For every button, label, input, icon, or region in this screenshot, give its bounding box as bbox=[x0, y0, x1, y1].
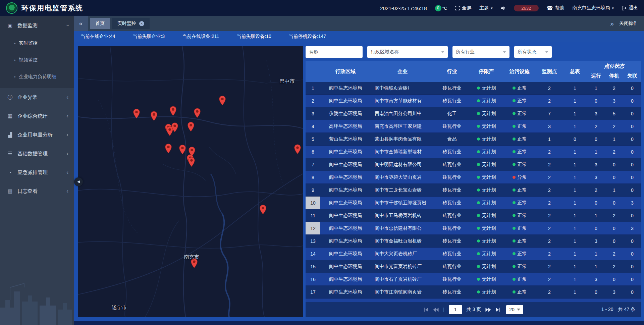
theme-dropdown[interactable]: 主题 ▾ bbox=[479, 5, 493, 11]
tab-close-icon[interactable]: × bbox=[139, 21, 144, 26]
stat-label: 当前失联企业: bbox=[132, 34, 162, 40]
org-dropdown[interactable]: 南充市生态环境局 ▾ bbox=[572, 5, 614, 11]
table-row[interactable]: 7 阆中生态环境局 阆中明阳建材有限公司 砖瓦行业 无计划 正常 2 1 3 0… bbox=[306, 158, 641, 171]
sidebar-group-item[interactable]: ▣ 数据监测 ‹ bbox=[0, 16, 74, 35]
cell-points: 2 bbox=[536, 171, 563, 183]
fullscreen-button[interactable]: 全屏 bbox=[455, 5, 471, 11]
cell-limit: 无计划 bbox=[470, 95, 503, 107]
first-page-button[interactable] bbox=[424, 308, 429, 312]
map-pin[interactable] bbox=[187, 122, 195, 132]
cell-points: 2 bbox=[536, 146, 563, 158]
table-row[interactable]: 8 阆中生态环境局 阆中市枣碧大梁山页岩 砖瓦行业 无计划 异常 2 1 3 0… bbox=[306, 171, 641, 184]
stat-item: 当前失联企业: 3 bbox=[132, 34, 165, 40]
table-row[interactable]: 15 阆中生态环境局 阆中市光富页岩机砖厂 砖瓦行业 无计划 正常 2 1 1 … bbox=[306, 260, 641, 273]
table-row[interactable]: 16 阆中生态环境局 阆中市石子页岩机砖厂 砖瓦行业 无计划 正常 2 1 3 … bbox=[306, 273, 641, 286]
row-number: 17 bbox=[306, 286, 320, 298]
limit-status-dot bbox=[477, 125, 480, 128]
page-size-select[interactable]: 20 bbox=[506, 305, 523, 314]
next-page-button[interactable] bbox=[485, 308, 491, 312]
table-row[interactable]: 4 高坪生态环境局 南充市高坪区王家店建 砖瓦行业 无计划 正常 3 1 2 2… bbox=[306, 120, 641, 133]
table-row[interactable]: 2 阆中生态环境局 阆中市南方节能建材有 砖瓦行业 无计划 正常 2 1 0 3… bbox=[306, 95, 641, 107]
logout-button[interactable]: 退出 bbox=[622, 5, 638, 11]
stat-value: 147 bbox=[318, 34, 326, 40]
sidebar-submenu-item[interactable]: • 企业电力负荷明细 bbox=[0, 68, 74, 85]
stat-label: 当前失联设备: bbox=[236, 34, 266, 40]
table-row[interactable]: 12 阆中生态环境局 阆中市忠信建材有限公 砖瓦行业 无计划 正常 2 1 0 … bbox=[306, 222, 641, 235]
table-row[interactable]: 14 阆中生态环境局 阆中大兴页岩机砖厂 砖瓦行业 无计划 正常 2 1 1 2… bbox=[306, 248, 641, 260]
sidebar-submenu-item[interactable]: • 视频监控 bbox=[0, 52, 74, 68]
sidebar-group-item[interactable]: ▟ 企业用电量分析 ‹ bbox=[0, 125, 74, 144]
facility-text: 正常 bbox=[518, 85, 527, 91]
limit-status-dot bbox=[477, 290, 480, 293]
bullet-icon: • bbox=[14, 58, 19, 63]
cell-stop: 2 bbox=[605, 209, 623, 222]
tabs-scroll-left-button[interactable]: « bbox=[74, 16, 88, 31]
sidebar-group-item[interactable]: ☰ 基础数据管理 ‹ bbox=[0, 144, 74, 163]
limit-status-dot bbox=[477, 163, 480, 166]
cell-facility: 正常 bbox=[503, 133, 536, 145]
sidebar-submenu-item[interactable]: • 实时监控 bbox=[0, 35, 74, 52]
map-pin[interactable] bbox=[259, 205, 267, 215]
tabs-scroll-right-button[interactable]: » bbox=[610, 20, 614, 28]
sidebar-menu: ▣ 数据监测 ‹ • 实时监控 • 视频监控 • 企业电力负荷明细 ⓘ 企业异常… bbox=[0, 16, 74, 201]
app-logo-icon bbox=[6, 2, 17, 14]
table-row[interactable]: 3 仪陇生态环境局 西南油气田分公司川中 化工 无计划 正常 7 1 3 5 0 bbox=[306, 107, 641, 120]
table-row[interactable]: 1 阆中生态环境局 阆中强锐页岩砖厂 砖瓦行业 无计划 正常 2 1 1 2 0 bbox=[306, 82, 641, 95]
map-pin[interactable] bbox=[171, 122, 178, 132]
map-pin[interactable] bbox=[133, 109, 140, 119]
map-pin[interactable] bbox=[165, 144, 172, 154]
cell-stop: 0 bbox=[605, 171, 623, 183]
map[interactable]: 巴中市南充市遂宁市 bbox=[78, 46, 303, 317]
help-button[interactable]: ☎ 帮助 bbox=[547, 5, 565, 11]
row-number: 14 bbox=[306, 248, 320, 260]
map-pin[interactable] bbox=[179, 145, 186, 155]
cell-run: 0 bbox=[587, 197, 605, 209]
cell-run: 1 bbox=[587, 209, 605, 222]
cell-points: 2 bbox=[536, 197, 563, 209]
facility-text: 正常 bbox=[518, 123, 527, 129]
map-pin[interactable] bbox=[294, 144, 301, 154]
name-search-input[interactable] bbox=[306, 46, 363, 58]
bullet-icon: • bbox=[14, 74, 19, 79]
cell-points: 1 bbox=[536, 133, 563, 145]
map-pin[interactable] bbox=[150, 111, 158, 121]
prev-page-button[interactable] bbox=[433, 308, 439, 312]
tab[interactable]: 首页 bbox=[90, 18, 110, 29]
page-number-input[interactable] bbox=[449, 305, 462, 314]
cell-company: 阆中市金福旺页岩机砖 bbox=[371, 235, 434, 247]
table-row[interactable]: 9 阆中生态环境局 阆中市二龙长宝页岩砖 砖瓦行业 无计划 正常 2 1 2 1… bbox=[306, 184, 641, 197]
table-row[interactable]: 5 营山生态环境局 营山县润丰肉食品有限 食品 无计划 正常 1 0 0 1 0 bbox=[306, 133, 641, 146]
sidebar-group-item[interactable]: ⓘ 企业异常 ‹ bbox=[0, 88, 74, 107]
chevron-icon: ‹ bbox=[66, 169, 68, 176]
last-page-button[interactable] bbox=[495, 308, 500, 312]
alarm-count-badge[interactable]: 2632 bbox=[514, 5, 539, 11]
close-operations-button[interactable]: 关闭操作 bbox=[619, 20, 638, 26]
sidebar-group-item[interactable]: ◔ 应急减排管理 ‹ bbox=[0, 163, 74, 182]
sidebar-group-item[interactable]: ▦ 企业综合统计 ‹ bbox=[0, 107, 74, 125]
table-row[interactable]: 11 阆中生态环境局 阆中市五马桥页岩机砖 砖瓦行业 无计划 正常 2 1 1 … bbox=[306, 209, 641, 222]
sidebar-group-item[interactable]: ▤ 日志查看 ‹ bbox=[0, 182, 74, 201]
cell-lost: 0 bbox=[623, 235, 641, 247]
facility-status-dot bbox=[513, 227, 516, 230]
table-row[interactable]: 17 阆中生态环境局 阆中市江南镇阆南页岩 砖瓦行业 无计划 正常 2 1 0 … bbox=[306, 286, 641, 299]
cell-company: 南部县升钟水泥有限公 bbox=[371, 299, 434, 302]
table-row[interactable]: 10 阆中生态环境局 阆中市千佛镇五郎垭页岩 砖瓦行业 无计划 正常 2 1 0… bbox=[306, 197, 641, 209]
map-pin[interactable] bbox=[169, 106, 177, 116]
table-row[interactable]: 13 阆中生态环境局 阆中市金福旺页岩机砖 砖瓦行业 无计划 正常 2 1 3 … bbox=[306, 235, 641, 248]
cell-industry: 砖瓦行业 bbox=[434, 197, 470, 209]
sidebar-collapse-button[interactable]: ◀ bbox=[74, 177, 83, 186]
table-row[interactable]: 6 阆中生态环境局 阆中市金博瑞新型墙材 砖瓦行业 无计划 正常 2 1 1 2… bbox=[306, 146, 641, 158]
map-pin[interactable] bbox=[188, 157, 195, 167]
map-pin[interactable] bbox=[194, 108, 201, 118]
cell-region: 阆中生态环境局 bbox=[320, 171, 371, 183]
table-row[interactable]: 18 南部生态环境局 南部县升钟水泥有限公 建材行业 无计划 正常 2 1 0 … bbox=[306, 299, 641, 302]
map-pin[interactable] bbox=[219, 96, 226, 106]
tab[interactable]: 实时监控 × bbox=[112, 18, 150, 29]
cell-meter: 1 bbox=[563, 184, 587, 196]
industry-select[interactable]: 所有行业 bbox=[452, 46, 509, 58]
region-select[interactable]: 行政区域名称 bbox=[367, 46, 448, 58]
map-pin[interactable] bbox=[191, 258, 198, 268]
mute-button[interactable] bbox=[501, 6, 506, 11]
status-select[interactable]: 所有状态 bbox=[514, 46, 552, 58]
cell-facility: 异常 bbox=[503, 171, 536, 183]
